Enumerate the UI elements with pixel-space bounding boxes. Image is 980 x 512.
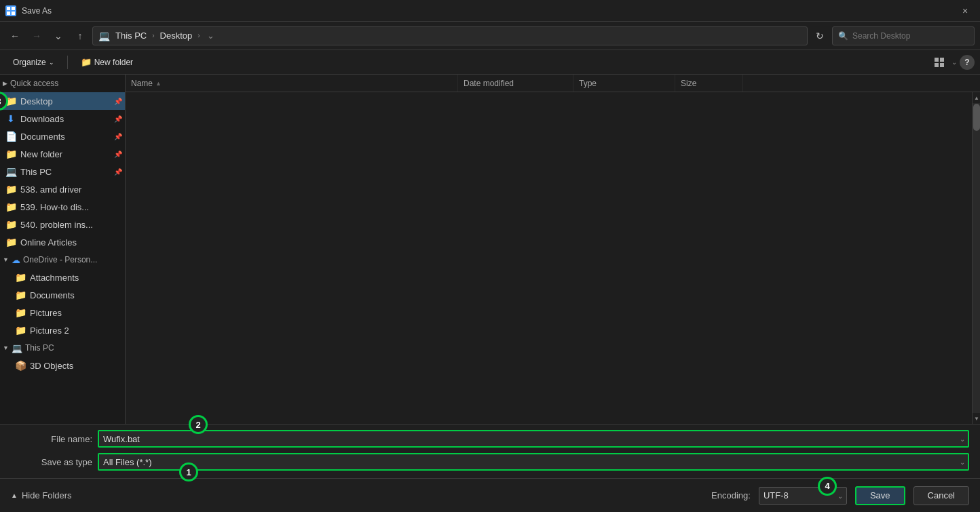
forward-button[interactable]: → xyxy=(27,26,46,45)
scroll-down-button[interactable]: ▼ xyxy=(973,413,980,424)
sidebar-item-3d-objects-label: 3D Objects xyxy=(30,361,73,371)
sidebar-item-pictures2[interactable]: 📁 Pictures 2 xyxy=(0,321,125,339)
sidebar-item-3d-objects[interactable]: 📦 3D Objects xyxy=(0,357,125,374)
desktop-folder-icon: 📁 xyxy=(5,96,16,106)
file-name-row: File name: ⌄ xyxy=(11,430,969,448)
col-header-name[interactable]: Name ▲ xyxy=(126,75,458,92)
sidebar-item-attachments[interactable]: 📁 Attachments xyxy=(0,269,125,286)
this-pc-section-icon: 💻 xyxy=(12,343,22,353)
svg-rect-5 xyxy=(940,58,944,62)
sidebar-item-downloads-label: Downloads xyxy=(20,114,64,124)
this-pc-pin-icon: 📌 xyxy=(114,168,122,176)
sidebar-item-downloads[interactable]: ⬇ Downloads 📌 xyxy=(0,110,125,127)
sidebar-item-this-pc[interactable]: 💻 This PC 📌 xyxy=(0,163,125,180)
file-name-input[interactable] xyxy=(98,430,969,448)
sidebar-item-539[interactable]: 📁 539. How-to dis... xyxy=(0,198,125,216)
documents-pin-icon: 📌 xyxy=(114,133,122,140)
scrollbar-thumb[interactable] xyxy=(973,104,980,131)
file-area: Name ▲ Date modified Type Size ▲ xyxy=(126,75,980,424)
attachments-icon: 📁 xyxy=(15,272,26,283)
scroll-up-button[interactable]: ▲ xyxy=(973,92,980,103)
cancel-button[interactable]: Cancel xyxy=(913,486,969,505)
search-input[interactable] xyxy=(852,31,968,41)
svg-rect-7 xyxy=(940,63,944,67)
onedrive-expand-icon: ▼ xyxy=(3,256,9,263)
help-button[interactable]: ? xyxy=(960,55,975,70)
onedrive-label: OneDrive - Person... xyxy=(23,255,97,264)
downloads-pin-icon: 📌 xyxy=(114,115,122,123)
quick-access-expand-icon: ▶ xyxy=(3,80,7,87)
sidebar-item-documents-od-label: Documents xyxy=(30,290,75,300)
sidebar-item-540[interactable]: 📁 540. problem ins... xyxy=(0,216,125,233)
sidebar-item-attachments-label: Attachments xyxy=(30,273,79,283)
this-pc-icon: 💻 xyxy=(5,166,16,177)
col-header-type[interactable]: Type xyxy=(573,75,675,92)
breadcrumb-dropdown[interactable]: ⌄ xyxy=(203,28,219,44)
sidebar-item-pictures2-label: Pictures 2 xyxy=(30,326,69,336)
organize-button[interactable]: Organize ⌄ xyxy=(5,54,62,71)
navigation-bar: ← → ⌄ ↑ 💻 This PC › Desktop › ⌄ ↻ 🔍 xyxy=(0,22,980,50)
sidebar-item-desktop[interactable]: 3 📁 Desktop 📌 xyxy=(0,92,125,110)
dropdown-button[interactable]: ⌄ xyxy=(49,26,68,45)
close-button[interactable]: × xyxy=(956,1,975,20)
col-header-size[interactable]: Size xyxy=(675,75,743,92)
pictures-icon: 📁 xyxy=(15,307,26,318)
breadcrumb-chevron-2: › xyxy=(197,32,200,39)
folder-540-icon: 📁 xyxy=(5,219,16,230)
back-button[interactable]: ← xyxy=(5,26,24,45)
organize-dropdown-icon: ⌄ xyxy=(49,59,54,66)
view-button[interactable] xyxy=(930,53,949,72)
new-folder-button[interactable]: 📁 New folder xyxy=(73,54,140,71)
scrollbar-track[interactable] xyxy=(973,103,980,413)
documents-icon: 📄 xyxy=(5,131,16,142)
column-headers: Name ▲ Date modified Type Size xyxy=(126,75,980,92)
sidebar-item-this-pc-label: This PC xyxy=(20,167,52,177)
sidebar-item-documents-od[interactable]: 📁 Documents xyxy=(0,286,125,304)
svg-rect-1 xyxy=(12,7,15,10)
col-header-date[interactable]: Date modified xyxy=(458,75,573,92)
save-as-type-select[interactable]: All Files (*.*) xyxy=(98,453,969,471)
sidebar-item-538[interactable]: 📁 538. amd driver xyxy=(0,180,125,198)
up-button[interactable]: ↑ xyxy=(71,26,90,45)
hide-folders-button[interactable]: ▲ Hide Folders xyxy=(11,490,72,500)
sidebar-quick-access-header[interactable]: ▶ Quick access xyxy=(0,75,125,92)
sidebar-item-new-folder[interactable]: 📁 New folder 📌 xyxy=(0,145,125,163)
save-button[interactable]: Save xyxy=(855,486,905,505)
title-bar-title: Save As xyxy=(22,6,950,16)
documents-od-icon: 📁 xyxy=(15,290,26,300)
sidebar-item-desktop-label: Desktop xyxy=(20,96,53,106)
main-area: ▶ Quick access 3 📁 Desktop 📌 ⬇ Downloads… xyxy=(0,75,980,424)
sidebar-item-new-folder-label: New folder xyxy=(20,149,62,159)
sidebar-this-pc-section-header[interactable]: ▼ 💻 This PC xyxy=(0,339,125,357)
file-list-container: ▲ ▼ xyxy=(126,92,980,424)
breadcrumb: 💻 This PC › Desktop › ⌄ xyxy=(92,26,808,45)
folder-538-icon: 📁 xyxy=(5,184,16,195)
sidebar-item-pictures-label: Pictures xyxy=(30,308,62,318)
computer-icon: 💻 xyxy=(98,31,110,41)
sidebar-item-pictures[interactable]: 📁 Pictures xyxy=(0,304,125,321)
breadcrumb-this-pc[interactable]: This PC xyxy=(113,29,149,42)
scrollbar-right[interactable]: ▲ ▼ xyxy=(972,92,980,424)
footer-right: 4 Encoding: UTF-8 ⌄ Save Cancel xyxy=(711,486,969,505)
hide-folders-arrow-icon: ▲ xyxy=(11,492,18,499)
sidebar-item-documents[interactable]: 📄 Documents 📌 xyxy=(0,127,125,145)
save-as-type-wrapper: All Files (*.*) ⌄ xyxy=(98,453,969,471)
new-folder-pin-icon: 📌 xyxy=(114,151,122,158)
breadcrumb-desktop[interactable]: Desktop xyxy=(157,29,195,42)
footer: ▲ Hide Folders 4 Encoding: UTF-8 ⌄ Save … xyxy=(0,478,980,512)
sidebar-item-540-label: 540. problem ins... xyxy=(20,220,93,230)
search-box: 🔍 xyxy=(832,26,975,45)
encoding-select[interactable]: UTF-8 xyxy=(759,487,847,505)
3d-objects-icon: 📦 xyxy=(15,360,26,371)
svg-rect-3 xyxy=(12,12,15,15)
sidebar-onedrive-header[interactable]: ▼ ☁ OneDrive - Person... xyxy=(0,251,125,269)
encoding-select-wrapper: UTF-8 ⌄ xyxy=(759,487,847,505)
sidebar: ▶ Quick access 3 📁 Desktop 📌 ⬇ Downloads… xyxy=(0,75,126,424)
sidebar-item-online-articles[interactable]: 📁 Online Articles xyxy=(0,233,125,251)
sidebar-item-538-label: 538. amd driver xyxy=(20,184,81,195)
toolbar-separator xyxy=(67,56,68,69)
svg-rect-4 xyxy=(935,58,939,62)
refresh-button[interactable]: ↻ xyxy=(810,26,829,45)
pictures2-icon: 📁 xyxy=(15,325,26,336)
sidebar-item-online-articles-label: Online Articles xyxy=(20,237,77,248)
